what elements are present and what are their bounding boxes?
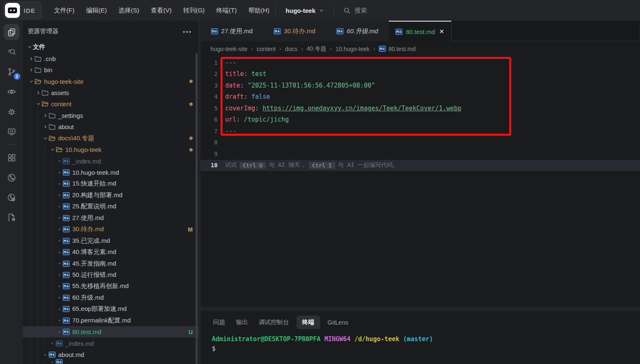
code-line-6[interactable]: 6url: /topic/jichg bbox=[201, 114, 640, 126]
panel-tab-GitLens[interactable]: GitLens bbox=[324, 316, 352, 329]
menu-item-5[interactable]: 转到(G) bbox=[177, 4, 211, 17]
code-line-5[interactable]: 5coverImg: https://img.onedayxyy.cn/imag… bbox=[201, 103, 640, 114]
panel-tab-终端[interactable]: 终端 bbox=[297, 315, 320, 329]
tree-file[interactable]: 40.博客元素.md bbox=[23, 247, 199, 258]
tab-strip-rest bbox=[451, 21, 640, 41]
tree-folder[interactable]: .cnb bbox=[23, 53, 199, 64]
chevron-down-icon[interactable] bbox=[49, 147, 56, 153]
editor-tab-30.待办.md[interactable]: 30.待办.md bbox=[263, 21, 326, 42]
tree-section-files[interactable]: 文件 bbox=[23, 42, 199, 53]
tree-file[interactable]: 10.hugo-teek.md bbox=[23, 167, 199, 178]
activity-item-gitlens[interactable] bbox=[4, 190, 20, 205]
code-line-9[interactable]: 9 bbox=[201, 148, 640, 160]
breadcrumb-item[interactable]: content bbox=[257, 46, 276, 52]
chevron-right-icon[interactable] bbox=[42, 112, 49, 119]
tree-file[interactable]: 30.待办.mdM bbox=[23, 224, 199, 235]
tree-file[interactable]: 70.permalink配置.md bbox=[23, 315, 199, 326]
editor-tab-80.test.md[interactable]: 80.test.md✕ bbox=[389, 21, 451, 42]
more-actions-icon[interactable]: ••• bbox=[183, 28, 192, 35]
tree-file[interactable]: _index.md bbox=[23, 337, 199, 349]
tree-file[interactable]: 45.开发指南.md bbox=[23, 258, 199, 269]
activity-item-git-graph[interactable] bbox=[4, 170, 20, 186]
tree-file[interactable]: 60.升级.md bbox=[23, 292, 199, 303]
tree-file[interactable]: 55.先移植再创新.md bbox=[23, 281, 199, 292]
tree-file[interactable]: about.md bbox=[23, 349, 199, 360]
code-editor[interactable]: 1---2title: test3date: "2025-11-13T01:56… bbox=[201, 57, 640, 171]
code-line-10[interactable]: 10试试Ctrl U与 AI 聊天，Ctrl I与 AI 一起编写代码。 bbox=[201, 160, 640, 171]
tree-folder[interactable]: bin bbox=[23, 64, 199, 76]
terminal-output[interactable]: Administrator@DESKTOP-7PB0PFA MINGW64 /d… bbox=[212, 335, 433, 354]
keybinding-chip: Ctrl I bbox=[309, 162, 335, 169]
chevron-right-icon[interactable] bbox=[28, 67, 34, 73]
sidebar-scrollbar[interactable] bbox=[196, 53, 198, 364]
close-tab-icon[interactable]: ✕ bbox=[439, 28, 444, 35]
global-search[interactable]: 搜索 bbox=[334, 7, 367, 15]
menu-item-1[interactable]: 文件(F) bbox=[48, 4, 80, 17]
activity-bar: 2 bbox=[0, 21, 23, 364]
tab-label: 80.test.md bbox=[406, 28, 435, 35]
breadcrumb[interactable]: hugo-teek-site›content›docs›40.专题›10.hug… bbox=[211, 42, 416, 56]
breadcrumb-item[interactable]: hugo-teek-site bbox=[211, 46, 248, 52]
activity-item-debug[interactable] bbox=[4, 104, 20, 120]
tree-file[interactable] bbox=[23, 360, 199, 364]
menu-item-4[interactable]: 查看(V) bbox=[145, 4, 177, 17]
activity-item-extensions[interactable] bbox=[4, 150, 20, 166]
tree-file[interactable]: 27.使用.md bbox=[23, 213, 199, 224]
menu-item-3[interactable]: 选择(S) bbox=[113, 4, 145, 17]
menu-item-6[interactable]: 终端(T) bbox=[211, 4, 243, 17]
tree-file[interactable]: 25.配置说明.md bbox=[23, 201, 199, 212]
tree-file[interactable]: 65.eop部署加速.md bbox=[23, 303, 199, 315]
chevron-right-icon[interactable] bbox=[35, 89, 42, 96]
indent-guide bbox=[44, 281, 45, 292]
panel-tab-调试控制台[interactable]: 调试控制台 bbox=[255, 315, 292, 329]
breadcrumb-item[interactable]: 10.hugo-teek bbox=[336, 46, 370, 52]
tree-folder[interactable]: about bbox=[23, 121, 199, 132]
code-line-4[interactable]: 4draft: false bbox=[201, 91, 640, 103]
breadcrumb-item[interactable]: docs bbox=[285, 46, 297, 52]
menu-item-7[interactable]: 帮助(H) bbox=[243, 4, 275, 17]
panel-tab-输出[interactable]: 输出 bbox=[233, 315, 251, 329]
tree-folder[interactable]: _settings bbox=[23, 110, 199, 121]
breadcrumb-item[interactable]: 80.test.md bbox=[379, 46, 415, 52]
tree-folder[interactable]: assets bbox=[23, 87, 199, 98]
code-line-7[interactable]: 7--- bbox=[201, 125, 640, 137]
chevron-down-icon[interactable] bbox=[42, 135, 49, 142]
tree-folder[interactable]: 10.hugo-teek bbox=[23, 144, 199, 155]
tree-file[interactable]: 20.构建与部署.md bbox=[23, 190, 199, 201]
chevron-down-icon[interactable] bbox=[26, 44, 33, 51]
activity-item-files[interactable] bbox=[4, 24, 20, 40]
markdown-file-icon bbox=[63, 329, 70, 335]
menu-item-2[interactable]: 编辑(E) bbox=[80, 4, 113, 17]
code-line-1[interactable]: 1--- bbox=[201, 57, 640, 68]
app-logo[interactable]: IDE bbox=[3, 2, 42, 19]
tree-item-label: _index.md bbox=[72, 158, 101, 165]
tree-folder[interactable]: content bbox=[23, 98, 199, 110]
code-line-8[interactable]: 8 bbox=[201, 137, 640, 149]
indent-guide bbox=[30, 98, 31, 110]
code-line-3[interactable]: 3date: "2025-11-13T01:56:56.472805+08:00… bbox=[201, 80, 640, 91]
breadcrumb-item[interactable]: 40.专题 bbox=[307, 45, 326, 53]
tree-file[interactable]: 50.运行报错.md bbox=[23, 269, 199, 281]
tree-folder[interactable]: hugo-teek-site bbox=[23, 76, 199, 87]
activity-item-remote-screen[interactable] bbox=[4, 124, 20, 139]
activity-item-search[interactable] bbox=[4, 44, 20, 60]
tree-file[interactable]: _index.md bbox=[23, 155, 199, 166]
chevron-right-icon[interactable] bbox=[28, 55, 34, 62]
chevron-down-icon[interactable] bbox=[35, 101, 42, 107]
activity-item-source-control[interactable]: 2 bbox=[4, 64, 20, 80]
editor-tab-27.使用.md[interactable]: 27.使用.md bbox=[201, 21, 263, 42]
tree-file[interactable]: 80.test.mdU bbox=[23, 326, 199, 337]
project-switcher[interactable]: hugo-teek bbox=[276, 7, 334, 14]
chevron-right-icon[interactable] bbox=[42, 124, 49, 130]
tree-file[interactable]: 35.已完成.md bbox=[23, 235, 199, 246]
activity-item-file-gear[interactable] bbox=[4, 210, 20, 225]
panel-tab-问题[interactable]: 问题 bbox=[210, 315, 228, 329]
git-graph-icon bbox=[7, 173, 17, 183]
tree-folder[interactable]: docs\40.专题 bbox=[23, 133, 199, 144]
code-line-2[interactable]: 2title: test bbox=[201, 68, 640, 80]
tree-item-icon bbox=[34, 78, 42, 85]
editor-tab-60.升级.md[interactable]: 60.升级.md bbox=[326, 21, 389, 42]
tree-file[interactable]: 15.快速开始.md bbox=[23, 178, 199, 189]
chevron-down-icon[interactable] bbox=[28, 78, 34, 85]
activity-item-eye[interactable] bbox=[4, 84, 20, 100]
